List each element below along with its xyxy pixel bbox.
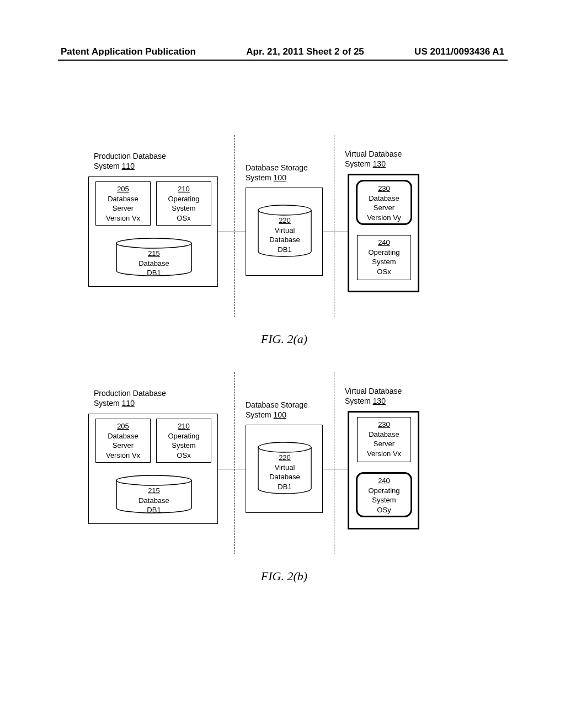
storage-box-b: 220 Virtual Database DB1 <box>246 425 323 513</box>
storage-sys-label-a: Database Storage System 100 <box>246 163 308 183</box>
fig-caption-a: FIG. 2(a) <box>83 332 486 346</box>
svg-point-0 <box>116 238 191 248</box>
header-right: US 2011/0093436 A1 <box>414 46 504 57</box>
svg-point-2 <box>116 475 191 485</box>
conn-line-b1 <box>218 469 246 469</box>
box-230-a: 230 Database Server Version Vy <box>356 180 412 225</box>
box-230-b: 230 Database Server Version Vx <box>357 417 411 462</box>
cyl-215-b: 215 Database DB1 <box>115 475 193 513</box>
page: Patent Application Publication Apr. 21, … <box>0 0 565 728</box>
dash-col-1b <box>234 372 235 554</box>
cyl-220-a: 220 Virtual Database DB1 <box>257 205 312 257</box>
dash-col-1a <box>234 135 235 317</box>
box-240-a: 240 Operating System OSx <box>357 235 411 280</box>
box-205-b: 205 Database Server Version Vx <box>95 419 151 463</box>
box-205-a: 205 Database Server Version Vx <box>95 181 151 226</box>
prod-box-a: 205 Database Server Version Vx 210 Opera… <box>88 176 218 287</box>
dash-col-2a <box>334 135 334 317</box>
cyl-220-b: 220 Virtual Database DB1 <box>257 442 312 494</box>
svg-point-1 <box>258 205 311 215</box>
virt-sys-label-b: Virtual Database System 130 <box>345 386 402 406</box>
storage-sys-label-b: Database Storage System 100 <box>246 400 308 420</box>
svg-point-3 <box>258 442 311 452</box>
box-210-a: 210 Operating System OSx <box>156 181 211 226</box>
virt-box-a: 230 Database Server Version Vy 240 Opera… <box>348 174 419 292</box>
prod-sys-label-b: Production Database System 110 <box>94 388 166 408</box>
fig-caption-b: FIG. 2(b) <box>83 569 486 584</box>
cyl-215-a: 215 Database DB1 <box>115 238 193 276</box>
prod-box-b: 205 Database Server Version Vx 210 Opera… <box>88 414 218 524</box>
header-rule <box>58 60 508 61</box>
conn-line-a2 <box>323 232 348 232</box>
conn-line-b2 <box>323 469 348 469</box>
page-header: Patent Application Publication Apr. 21, … <box>0 46 565 57</box>
virt-box-b: 230 Database Server Version Vx 240 Opera… <box>348 411 419 529</box>
storage-box-a: 220 Virtual Database DB1 <box>246 188 323 276</box>
header-center: Apr. 21, 2011 Sheet 2 of 25 <box>246 46 364 57</box>
box-240-b: 240 Operating System OSy <box>356 472 412 517</box>
header-left: Patent Application Publication <box>61 46 196 57</box>
dash-col-2b <box>334 372 334 554</box>
conn-line-a1 <box>218 232 246 232</box>
box-210-b: 210 Operating System OSx <box>156 419 211 463</box>
virt-sys-label-a: Virtual Database System 130 <box>345 149 402 169</box>
prod-sys-label-a: Production Database System 110 <box>94 151 166 171</box>
